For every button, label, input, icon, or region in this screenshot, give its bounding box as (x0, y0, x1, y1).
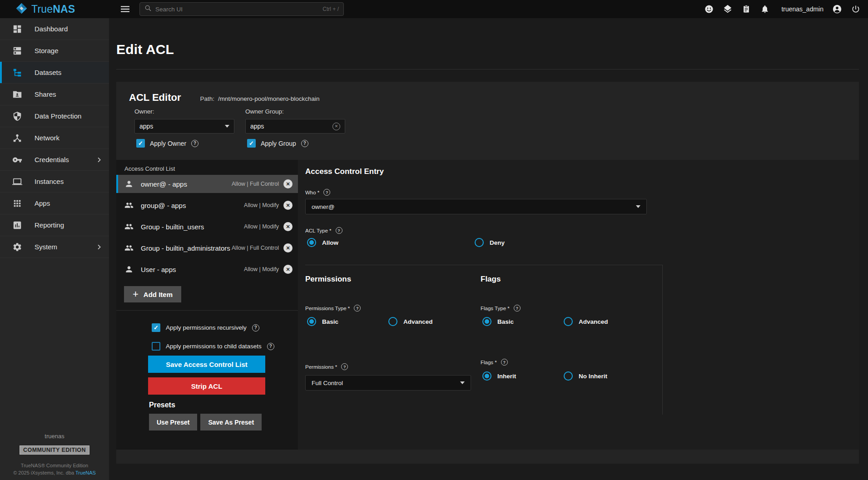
sidebar-item-data-protection[interactable]: Data Protection (0, 105, 109, 127)
sidebar-item-storage[interactable]: Storage (0, 40, 109, 62)
flags-type-basic-radio[interactable]: Basic (482, 317, 514, 326)
help-icon[interactable] (191, 140, 198, 147)
apply-group-checkbox[interactable] (247, 139, 256, 148)
power-icon[interactable] (851, 4, 861, 14)
use-preset-button[interactable]: Use Preset (149, 414, 197, 431)
datasets-tree-icon (12, 68, 22, 78)
flags-type-advanced-radio[interactable]: Advanced (564, 317, 608, 326)
permissions-label: Permissions * (305, 363, 348, 370)
permissions-type-advanced-radio[interactable]: Advanced (388, 317, 433, 326)
sidebar-item-label: Datasets (35, 69, 61, 76)
acl-entry[interactable]: User - apps Allow | Modify (116, 260, 298, 278)
help-icon[interactable] (514, 305, 521, 312)
owner-group-input[interactable]: apps (245, 119, 345, 134)
flags-no-inherit-radio[interactable]: No Inherit (564, 371, 607, 381)
save-acl-button[interactable]: Save Access Control List (148, 356, 265, 373)
feedback-smiley-icon[interactable] (704, 4, 714, 14)
entry-permission: Allow | Full Control (232, 245, 279, 251)
add-item-button[interactable]: Add Item (124, 286, 181, 302)
help-icon[interactable] (301, 140, 308, 147)
sidebar-item-datasets[interactable]: Datasets (0, 62, 109, 84)
sidebar-item-dashboard[interactable]: Dashboard (0, 18, 109, 40)
column-divider (662, 265, 663, 415)
apply-child-datasets-checkbox[interactable] (152, 342, 160, 351)
strip-acl-button[interactable]: Strip ACL (148, 377, 265, 395)
global-search[interactable]: Ctrl + / (139, 2, 344, 16)
group-icon (124, 243, 134, 252)
remove-entry-icon[interactable] (283, 201, 293, 210)
sidebar-item-network[interactable]: Network (0, 127, 109, 149)
acl-type-allow-radio[interactable]: Allow (307, 238, 338, 247)
clear-icon[interactable] (332, 123, 340, 130)
layers-icon[interactable] (723, 4, 733, 14)
apply-owner-checkbox[interactable] (136, 139, 145, 148)
who-value: owner@ (312, 203, 334, 210)
sidebar-item-shares[interactable]: Shares (0, 84, 109, 105)
radio-label: No Inherit (579, 373, 607, 380)
help-icon[interactable] (252, 324, 259, 332)
chevron-down-icon (460, 381, 465, 384)
truenas-link[interactable]: TrueNAS (75, 470, 96, 475)
sidebar-item-instances[interactable]: Instances (0, 171, 109, 193)
card-footer-strip (116, 450, 859, 464)
edition-badge: COMMUNITY EDITION (20, 445, 89, 455)
save-as-preset-button[interactable]: Save As Preset (200, 414, 262, 431)
remove-entry-icon[interactable] (283, 243, 293, 252)
permissions-type-basic-radio[interactable]: Basic (307, 317, 338, 326)
help-icon[interactable] (323, 189, 330, 196)
help-icon[interactable] (336, 227, 342, 234)
help-icon[interactable] (501, 359, 508, 366)
sidebar-item-apps[interactable]: Apps (0, 193, 109, 214)
dashboard-icon (12, 24, 22, 34)
page-title: Edit ACL (116, 42, 174, 57)
who-label: Who * (305, 189, 330, 196)
dataset-path: Path: /mnt/monero-pool/monero-blockchain (200, 95, 319, 102)
sidenav-toggle-button[interactable] (118, 0, 132, 18)
owner-select[interactable]: apps (134, 119, 234, 134)
remove-entry-icon[interactable] (283, 179, 293, 188)
apply-group-label: Apply Group (261, 140, 296, 147)
permissions-select[interactable]: Full Control (305, 375, 471, 391)
acl-entry[interactable]: Group - builtin_users Allow | Modify (116, 218, 298, 236)
account-circle-icon[interactable] (832, 4, 842, 14)
sidebar-item-system[interactable]: System (0, 236, 109, 258)
entry-who: Group - builtin_users (141, 223, 204, 231)
apply-recursively-label: Apply permissions recursively (166, 324, 247, 331)
search-input[interactable] (155, 6, 319, 13)
entry-who: owner@ - apps (141, 180, 187, 188)
radio-icon (564, 317, 573, 326)
who-select[interactable]: owner@ (305, 199, 647, 214)
radio-icon (482, 317, 491, 326)
truenas-logo[interactable]: TrueNAS (15, 0, 75, 18)
remove-entry-icon[interactable] (283, 222, 293, 231)
help-icon[interactable] (341, 363, 348, 370)
acl-entry[interactable]: owner@ - apps Allow | Full Control (116, 175, 298, 193)
person-icon (124, 179, 134, 188)
radio-icon (564, 371, 573, 381)
chevron-right-icon (95, 243, 103, 251)
apply-recursively-checkbox[interactable] (152, 323, 160, 332)
flags-inherit-radio[interactable]: Inherit (482, 371, 516, 381)
remove-entry-icon[interactable] (283, 265, 293, 274)
search-shortcut: Ctrl + / (322, 6, 339, 12)
bell-icon[interactable] (760, 4, 770, 14)
acl-editor-card: ACL Editor Path: /mnt/monero-pool/monero… (116, 82, 859, 464)
entry-permission: Allow | Modify (244, 202, 279, 208)
acl-type-deny-radio[interactable]: Deny (475, 238, 505, 247)
sidebar: Dashboard Storage Datasets Shares Data P… (0, 18, 109, 480)
group-icon (124, 201, 134, 210)
help-icon[interactable] (354, 305, 361, 312)
acl-entry[interactable]: Group - builtin_administrators Allow | F… (116, 239, 298, 257)
radio-label: Inherit (497, 373, 516, 380)
checklist-clipboard-icon[interactable] (741, 4, 751, 14)
sidebar-item-reporting[interactable]: Reporting (0, 214, 109, 236)
acl-entries: owner@ - apps Allow | Full Control group… (116, 175, 298, 282)
sidebar-item-label: Reporting (35, 221, 64, 229)
sidebar-item-credentials[interactable]: Credentials (0, 149, 109, 171)
apply-group-row: Apply Group (247, 139, 308, 148)
section-divider (305, 265, 662, 265)
chevron-down-icon (636, 205, 640, 208)
panel-divider (116, 310, 298, 311)
acl-entry[interactable]: group@ - apps Allow | Modify (116, 196, 298, 214)
help-icon[interactable] (267, 343, 274, 350)
